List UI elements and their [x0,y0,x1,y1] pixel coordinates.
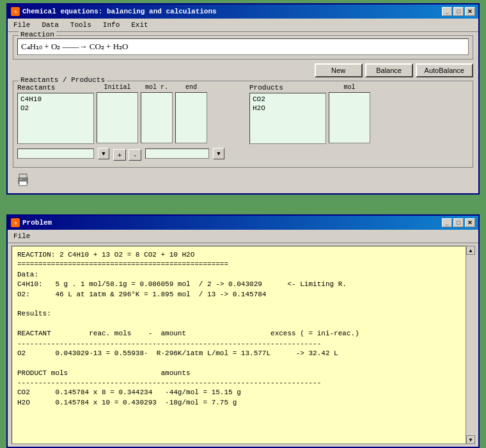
problem-content: REACTION: 2 C4H10 + 13 O2 = 8 CO2 + 10 H… [8,243,478,447]
problem-window: ⚗ Problem _ □ ✕ File REACTION: 2 C4H10 +… [6,214,480,448]
problem-menu-file[interactable]: File [10,231,33,241]
mol-r-col: mol r. [141,84,173,144]
problem-close-btn[interactable]: ✕ [465,218,475,227]
problem-text-area[interactable]: REACTION: 2 C4H10 + 13 O2 = 8 CO2 + 10 H… [12,246,474,444]
main-title-bar: ⚗ Chemical equations: balancing and calc… [8,4,478,19]
problem-scrollbar: ▲ ▼ [466,246,474,444]
end-col: end [175,84,207,144]
products-mol-col: mol [329,84,370,144]
reaction-label: Reaction [19,31,56,38]
plus-minus-group: + - [113,149,141,161]
main-menu-bar: File Data Tools Info Exit [8,19,478,32]
product-scroll-btn[interactable]: ▼ [213,148,224,159]
problem-title-left: ⚗ Problem [11,218,52,227]
products-label: Products [249,84,326,92]
reactant-item-0: C4H10 [19,95,92,104]
balance-button[interactable]: Balance [365,63,413,77]
svg-rect-3 [20,179,22,180]
problem-menu-bar: File [8,230,478,243]
problem-app-icon: ⚗ [11,218,20,227]
end-header: end [175,84,207,91]
reactants-products-label: Reactants / Products [19,76,107,84]
main-title-buttons: _ □ ✕ [442,7,475,16]
reactants-side: Reactants C4H10 O2 Initial mol r. [17,84,237,144]
reactants-group: Reactants C4H10 O2 [17,84,94,144]
react-prod-columns: Reactants C4H10 O2 Initial mol r. [17,84,469,144]
products-side: Products CO2 H2O mol [249,84,469,144]
main-close-btn[interactable]: ✕ [465,7,475,16]
reactant-item-1: O2 [19,104,92,113]
product-item-0: CO2 [251,95,324,104]
initial-col: Initial [97,84,138,144]
plus-btn[interactable]: + [113,149,126,161]
bottom-bar [13,172,473,188]
product-item-1: H2O [251,104,324,113]
problem-title-text: Problem [22,219,52,227]
reaction-section: Reaction [13,35,473,60]
scroll-track [466,255,474,435]
menu-tools[interactable]: Tools [67,20,95,30]
products-mol-header: mol [329,84,370,91]
reactants-label: Reactants [17,84,94,92]
products-group: Products CO2 H2O [249,84,326,144]
problem-title-buttons: _ □ ✕ [442,218,475,227]
main-minimize-btn[interactable]: _ [442,7,452,16]
menu-data[interactable]: Data [38,20,61,30]
new-button[interactable]: New [315,63,363,77]
scroll-down-btn[interactable]: ▼ [466,435,475,444]
reactant-scroll-btn[interactable]: ▼ [98,148,109,159]
reactant-input-field[interactable] [17,148,94,159]
main-maximize-btn[interactable]: □ [453,7,464,16]
menu-exit[interactable]: Exit [128,20,151,30]
menu-info[interactable]: Info [100,20,123,30]
main-title-text: Chemical equations: balancing and calcul… [22,8,217,15]
main-window: ⚗ Chemical equations: balancing and calc… [6,3,480,195]
print-icon[interactable] [16,173,30,187]
scroll-up-btn[interactable]: ▲ [466,246,475,255]
mol-r-header: mol r. [141,84,173,91]
svg-rect-1 [19,174,27,178]
reaction-input[interactable] [17,38,469,55]
initial-box [97,92,138,143]
problem-maximize-btn[interactable]: □ [453,218,464,227]
autobalance-button[interactable]: AutoBalance [416,63,473,77]
reactants-products-section: Reactants / Products Reactants C4H10 O2 … [13,81,473,168]
problem-title-bar: ⚗ Problem _ □ ✕ [8,216,478,230]
menu-file[interactable]: File [10,20,33,30]
problem-text-wrapper: REACTION: 2 C4H10 + 13 O2 = 8 CO2 + 10 H… [12,246,474,444]
products-mol-box [329,92,370,143]
end-box [175,92,207,143]
app-icon: ⚗ [11,7,20,16]
svg-rect-2 [19,181,27,186]
minus-btn[interactable]: - [129,149,141,161]
center-controls [237,84,243,144]
buttons-row: New Balance AutoBalance [13,63,473,77]
reactants-list[interactable]: C4H10 O2 [17,93,94,144]
main-title-left: ⚗ Chemical equations: balancing and calc… [11,7,217,16]
products-list[interactable]: CO2 H2O [249,93,326,144]
main-content: Reaction New Balance AutoBalance Reactan… [8,32,478,193]
product-input-field[interactable] [145,148,209,159]
mol-r-box [141,92,173,143]
initial-header: Initial [97,84,138,91]
bottom-controls: ▼ + - ▼ [17,147,469,161]
problem-minimize-btn[interactable]: _ [442,218,452,227]
